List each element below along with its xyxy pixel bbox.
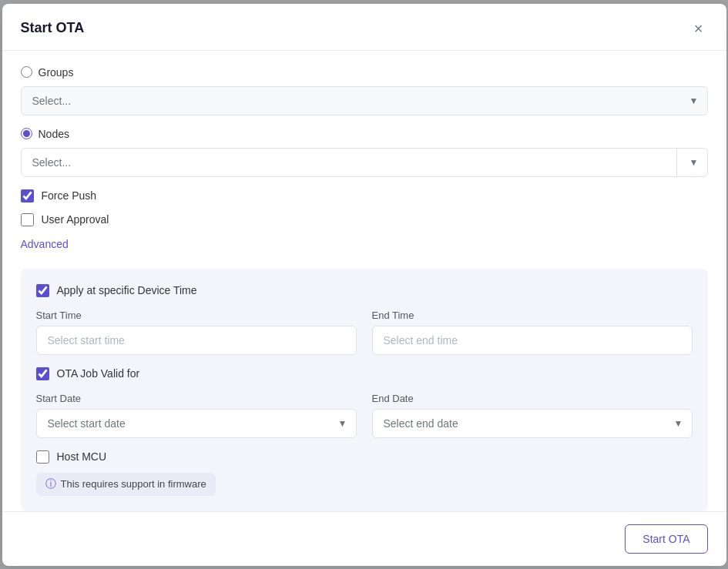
user-approval-checkbox[interactable] xyxy=(21,213,34,226)
groups-select[interactable]: Select... xyxy=(21,86,708,115)
start-time-col: Start Time xyxy=(36,310,357,355)
host-mcu-checkbox[interactable] xyxy=(36,450,49,464)
end-date-select-wrapper: Select end date ▼ xyxy=(372,409,693,438)
end-time-col: End Time xyxy=(372,310,693,355)
start-time-label: Start Time xyxy=(36,310,357,321)
user-approval-row: User Approval xyxy=(21,213,708,226)
start-ota-button[interactable]: Start OTA xyxy=(625,524,707,554)
ota-job-valid-label: OTA Job Valid for xyxy=(57,367,140,380)
start-date-label: Start Date xyxy=(36,393,357,404)
start-time-input[interactable] xyxy=(36,326,357,355)
groups-select-wrapper: Select... ▼ xyxy=(21,86,708,115)
start-date-select-wrapper: Select start date ▼ xyxy=(36,409,357,438)
user-approval-label: User Approval xyxy=(42,213,109,226)
advanced-link[interactable]: Advanced xyxy=(21,238,69,250)
date-row: Start Date Select start date ▼ End Date xyxy=(36,393,693,438)
modal-title: Start OTA xyxy=(21,20,85,36)
nodes-radio[interactable] xyxy=(21,128,32,139)
close-button[interactable]: × xyxy=(689,19,708,38)
firmware-note: ⓘ This requires support in firmware xyxy=(36,473,216,496)
modal-body: Groups Select... ▼ Nodes Select... ▼ xyxy=(2,51,726,511)
host-mcu-row: Host MCU xyxy=(36,450,693,464)
apply-device-time-checkbox[interactable] xyxy=(36,284,49,297)
end-date-col: End Date Select end date ▼ xyxy=(372,393,693,438)
groups-radio-group: Groups xyxy=(21,66,708,79)
advanced-panel: Apply at specific Device Time Start Time… xyxy=(21,269,708,511)
end-time-label: End Time xyxy=(372,310,693,321)
ota-job-valid-checkbox[interactable] xyxy=(36,367,49,380)
force-push-checkbox[interactable] xyxy=(21,189,34,202)
start-date-col: Start Date Select start date ▼ xyxy=(36,393,357,438)
end-time-input[interactable] xyxy=(372,326,693,355)
time-row: Start Time End Time xyxy=(36,310,693,355)
modal-footer: Start OTA xyxy=(2,511,726,566)
info-icon: ⓘ xyxy=(45,477,56,491)
end-date-select[interactable]: Select end date xyxy=(372,409,693,438)
nodes-select[interactable]: Select... xyxy=(21,148,708,177)
nodes-select-wrapper: Select... ▼ xyxy=(21,148,708,177)
apply-device-time-row: Apply at specific Device Time xyxy=(36,284,693,297)
ota-job-valid-row: OTA Job Valid for xyxy=(36,367,693,380)
groups-radio-label: Groups xyxy=(39,66,74,79)
nodes-radio-group: Nodes xyxy=(21,128,708,140)
nodes-radio-label: Nodes xyxy=(39,128,69,140)
apply-device-time-label: Apply at specific Device Time xyxy=(57,284,197,296)
force-push-label: Force Push xyxy=(42,189,97,202)
host-mcu-label: Host MCU xyxy=(57,450,107,463)
firmware-note-text: This requires support in firmware xyxy=(61,478,206,490)
nodes-select-divider xyxy=(676,148,677,177)
start-date-select[interactable]: Select start date xyxy=(36,409,357,438)
end-date-label: End Date xyxy=(372,393,693,404)
modal-header: Start OTA × xyxy=(2,4,726,51)
groups-radio[interactable] xyxy=(21,66,32,78)
force-push-row: Force Push xyxy=(21,189,708,202)
start-ota-modal: Start OTA × Groups Select... ▼ Nodes xyxy=(2,4,726,566)
